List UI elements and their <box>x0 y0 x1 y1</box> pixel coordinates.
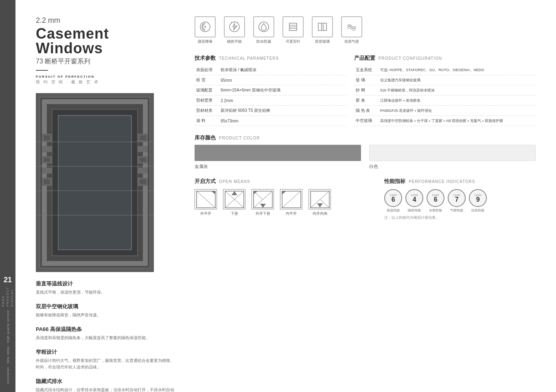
param-label-2: 玻璃配置 <box>195 85 219 96</box>
open-icon-inward <box>280 189 302 209</box>
open-label-outward: 外平开 <box>200 211 211 216</box>
open-label-tilt-turn: 外开下悬 <box>256 211 270 216</box>
perf-label-3: 气密性能 <box>450 208 463 213</box>
config-value-3: 江阴海达玻纤＋发泡胶条 <box>379 96 536 106</box>
icon-waterproof: 防水防漏 <box>253 16 274 44</box>
config-label-3: 胶 条 <box>354 96 379 106</box>
product-config-section: 产品配置 PRODUCT CONFIGURATION 五金系统 可选: HOPP… <box>354 54 536 126</box>
page-wrapper: 21 PAGEPRODUCTDISPLAY Innovation · New i… <box>0 0 556 392</box>
perf-circle-4: Level 9 <box>469 189 487 207</box>
perf-circle-3: Level 7 <box>448 189 466 207</box>
param-value-1: 65mm <box>219 75 346 85</box>
window-image <box>36 93 154 272</box>
size-label: 2.2 mm <box>36 16 174 25</box>
icon-box-airtight <box>341 16 362 37</box>
feature-title-3: 窄框设计 <box>36 348 174 356</box>
product-config-en: PRODUCT CONFIGURATION <box>379 56 442 61</box>
icon-label-energy: 隔热节能 <box>227 39 242 44</box>
performance-cn: 性能指标 <box>384 178 405 185</box>
svg-rect-39 <box>318 23 322 30</box>
svg-marker-61 <box>317 203 323 207</box>
feature-desc-2: 高强度和高韧度的隔热条，大幅度提高了整窗的隔热保温性能。 <box>36 335 174 341</box>
feature-vertical-design: 垂直等温线设计 直线式平衡，保温性更强，节能环保。 <box>36 280 174 296</box>
param-value-4: 新河铝材 6063 T5 原生铝棒 <box>219 106 346 116</box>
config-value-5: 高强度中空防潮铝条＋分子筛＋丁基胶＋AB 双组份胶＋充氩气＋双面保护膜 <box>379 116 536 126</box>
colors-row: 金属灰 白色 <box>195 145 536 170</box>
config-label-4: 隔 热 条 <box>354 106 379 116</box>
open-icons-row: 外平开 <box>195 189 376 216</box>
color-swatch-metal-gray <box>195 145 361 161</box>
product-config-heading: 产品配置 PRODUCT CONFIGURATION <box>354 54 536 62</box>
perf-item-4: Level 9 抗风性能 <box>469 189 487 213</box>
color-swatch-white <box>369 145 536 161</box>
open-means-heading: 开启方式 OPEN MEANS <box>195 178 376 185</box>
perf-item-2: Level 6 水密性能 <box>427 189 444 213</box>
table-row: 型材壁厚 2.2mm <box>195 96 346 106</box>
param-value-0: 粉末喷涂 / 氟碳喷涂 <box>219 65 346 75</box>
perf-label-1: 隔音性能 <box>408 208 421 213</box>
left-column: 2.2 mm Casement Windows 73 断桥平开窗系列 PURSU… <box>36 16 174 380</box>
perf-label-0: 保温性能 <box>387 208 400 213</box>
config-value-4: PA66GF25 尼龙玻纤＋玻纤强化 <box>379 106 536 116</box>
perf-number-4: 9 <box>476 196 480 203</box>
svg-rect-13 <box>44 135 50 140</box>
perf-indicators: Level 6 保温性能 Level 4 隔音性能 <box>384 189 536 213</box>
open-item-inward-tilt: 内开内倒 <box>309 189 331 216</box>
divider <box>36 70 48 71</box>
tech-params-cn: 技术参数 <box>195 54 216 62</box>
feature-title-4: 隐藏式排水 <box>36 378 174 385</box>
open-means-section: 开启方式 OPEN MEANS <box>195 178 376 220</box>
perf-item-1: Level 4 隔音性能 <box>405 189 423 213</box>
param-value-2: 6mm+15A+6mm 双钢化中空玻璃 <box>219 85 346 96</box>
icon-label-sound: 隔音降噪 <box>198 39 212 44</box>
product-config-table: 五金系统 可选: HOPPE、STAFOREC、GU、ROTO、SIEGENIA… <box>354 65 536 126</box>
perf-circle-2: Level 6 <box>427 189 444 207</box>
pursuit-sub: 简 约 空 间 · 极 致 艺 术 <box>36 79 174 85</box>
open-icon-tilt <box>223 189 245 209</box>
svg-rect-21 <box>140 135 146 140</box>
open-item-inward: 内平开 <box>280 189 302 216</box>
svg-point-29 <box>204 26 206 28</box>
icon-box-blind <box>282 16 304 37</box>
open-icon-inward-tilt <box>309 189 331 209</box>
icon-box-double-glass <box>312 16 333 37</box>
config-label-5: 中空玻璃 <box>354 116 379 126</box>
svg-rect-16 <box>44 158 50 162</box>
config-label-0: 五金系统 <box>354 65 379 75</box>
pursuit-label: PURSUIT OF PERFECTION <box>36 75 174 78</box>
perf-number-1: 4 <box>413 196 416 203</box>
svg-rect-7 <box>58 115 131 250</box>
svg-line-44 <box>197 191 215 208</box>
svg-marker-53 <box>254 191 258 194</box>
left-sidebar: 21 PAGEPRODUCTDISPLAY Innovation · New i… <box>0 0 15 392</box>
config-value-0: 可选: HOPPE、STAFOREC、GU、ROTO、SIEGENIA、NEDO <box>379 65 536 75</box>
colors-cn: 库存颜色 <box>195 134 216 142</box>
table-row: 中空玻璃 高强度中空防潮铝条＋分子筛＋丁基胶＋AB 双组份胶＋充氩气＋双面保护膜 <box>354 116 536 126</box>
feature-title-0: 垂直等温线设计 <box>36 280 174 287</box>
sidebar-labels: PAGEPRODUCTDISPLAY <box>1 287 15 307</box>
sidebar-sub: Innovation · New ideas · High quality se… <box>7 310 9 384</box>
tech-params-heading: 技术参数 TECHNICAL PARAMETERS <box>195 54 346 62</box>
colors-section: 库存颜色 PRODUCT COLOR 金属灰 白色 <box>195 134 536 170</box>
icon-sound: 隔音降噪 <box>195 16 216 44</box>
performance-section: 性能指标 PERFORMANCE INDICATORS Level 6 保温性能 <box>384 178 536 220</box>
svg-rect-24 <box>140 158 146 162</box>
table-row: 隔 热 条 PA66GF25 尼龙玻纤＋玻纤强化 <box>354 106 536 116</box>
open-item-tilt: 下悬 <box>223 189 245 216</box>
svg-line-31 <box>231 22 232 23</box>
open-label-inward-tilt: 内开内倒 <box>313 211 327 216</box>
svg-rect-27 <box>140 179 146 184</box>
color-name-white: 白色 <box>369 163 536 170</box>
table-row: 胶 条 江阴海达玻纤＋发泡胶条 <box>354 96 536 106</box>
icons-row: 隔音降噪 隔热节能 <box>195 16 536 44</box>
icon-box-sound <box>195 16 216 37</box>
table-row: 玻璃配置 6mm+15A+6mm 双钢化中空玻璃 <box>195 85 346 96</box>
perf-item-3: Level 7 气密性能 <box>448 189 466 213</box>
feature-desc-3: 外观设计简约大气，视野更加的宽广，极致赏景。比普通铝合金窗更为精致、时尚，符合现… <box>36 357 174 370</box>
open-means-cn: 开启方式 <box>195 178 216 185</box>
feature-double-glass: 双层中空钢化玻璃 能够有效降低噪音，隔绝声音传递。 <box>36 303 174 318</box>
performance-heading: 性能指标 PERFORMANCE INDICATORS <box>384 178 536 185</box>
perf-note: 注：以上性能均为模拟计算结果。 <box>384 215 536 220</box>
perf-number-0: 6 <box>392 196 395 203</box>
table-row: 扇 料 65x73mm <box>195 116 346 126</box>
